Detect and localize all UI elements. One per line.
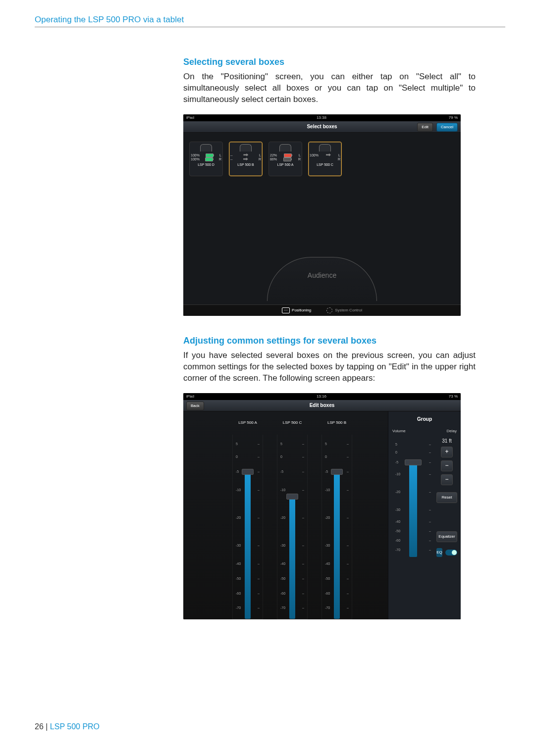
fader-name: LSP 500 A bbox=[238, 420, 257, 425]
scale-tick-mark: – bbox=[302, 576, 304, 580]
group-delay-label: Delay bbox=[447, 429, 457, 433]
speaker-box[interactable]: 22%L86%RLSP 500 A bbox=[268, 142, 302, 176]
scale-tick: 5 bbox=[236, 442, 238, 446]
status-battery: 79 % bbox=[449, 115, 458, 120]
fader-knob[interactable] bbox=[405, 459, 422, 465]
battery-side: R bbox=[219, 157, 221, 161]
scale-tick-mark: – bbox=[347, 562, 349, 565]
cancel-button[interactable]: Cancel bbox=[436, 123, 458, 132]
status-device-2: iPad bbox=[186, 394, 194, 399]
speaker-box[interactable]: 100%L100%RLSP 500 D bbox=[189, 142, 223, 176]
scale-tick-mark: – bbox=[258, 591, 260, 595]
scale-tick: -70 bbox=[325, 606, 330, 609]
fader[interactable]: 5–0–-5–-10–-20–-30–-40–-50–-60–-70– bbox=[321, 435, 352, 619]
plug-icon bbox=[326, 153, 331, 156]
fader-column: LSP 500 A5–0–-5–-10–-20–-30–-40–-50–-60–… bbox=[233, 420, 263, 619]
scale-tick: 5 bbox=[395, 442, 397, 446]
reset-button[interactable]: Reset bbox=[436, 492, 457, 503]
fader-knob[interactable] bbox=[242, 469, 254, 475]
fader-name: LSP 500 B bbox=[327, 420, 346, 425]
speaker-box-label: LSP 500 C bbox=[317, 163, 333, 166]
speaker-icon bbox=[200, 144, 212, 151]
section1-title: Selecting several boxes bbox=[183, 57, 476, 67]
scale-tick-mark: – bbox=[258, 516, 260, 519]
scale-tick: -60 bbox=[280, 591, 285, 595]
delay-decrease-button[interactable]: − bbox=[441, 474, 453, 485]
scale-tick-mark: – bbox=[258, 576, 260, 580]
scale-tick-mark: – bbox=[429, 519, 431, 523]
battery-side: L bbox=[338, 153, 340, 157]
scale-tick-mark: – bbox=[302, 488, 304, 492]
edit-button[interactable]: Edit bbox=[417, 123, 433, 132]
plug-icon bbox=[243, 153, 248, 156]
battery-side: L bbox=[219, 153, 221, 157]
scale-tick-mark: – bbox=[302, 591, 304, 595]
fader-knob[interactable] bbox=[286, 494, 298, 500]
footer-product: LSP 500 PRO bbox=[50, 722, 100, 731]
scale-tick: -60 bbox=[236, 591, 241, 595]
scale-tick: 0 bbox=[280, 455, 282, 458]
delay-value-button[interactable]: − bbox=[441, 460, 453, 471]
scale-tick-mark: – bbox=[302, 543, 304, 547]
scale-tick: -50 bbox=[395, 529, 400, 532]
tab-system-label: System Control bbox=[335, 308, 362, 312]
page-number: 26 bbox=[35, 722, 44, 731]
fader[interactable]: 5–0–-5–-10–-20–-30–-40–-50–-60–-70– bbox=[232, 435, 263, 619]
scale-tick: -40 bbox=[236, 562, 241, 565]
fader-knob[interactable] bbox=[331, 469, 343, 475]
scale-tick-mark: – bbox=[302, 442, 304, 446]
delay-increase-button[interactable]: + bbox=[441, 447, 453, 457]
scale-tick: -10 bbox=[236, 488, 241, 492]
battery-percent: 100% bbox=[191, 157, 200, 161]
eq-toggle[interactable] bbox=[445, 550, 457, 555]
scale-tick-mark: – bbox=[258, 606, 260, 609]
fader-column: LSP 500 B5–0–-5–-10–-20–-30–-40–-50–-60–… bbox=[322, 420, 352, 619]
battery-side: R bbox=[338, 157, 340, 161]
scale-tick-mark: – bbox=[429, 451, 431, 454]
footer-sep: | bbox=[44, 722, 50, 731]
scale-tick-mark: – bbox=[258, 543, 260, 547]
speaker-box[interactable]: --L--RLSP 500 B bbox=[229, 142, 263, 176]
scale-tick-mark: – bbox=[429, 529, 431, 532]
back-button[interactable]: Back bbox=[186, 402, 204, 410]
scale-tick: 5 bbox=[280, 442, 282, 446]
scale-tick: -30 bbox=[325, 543, 330, 547]
scale-tick-mark: – bbox=[347, 455, 349, 458]
section2-title: Adjusting common settings for several bo… bbox=[183, 336, 476, 346]
scale-tick: -10 bbox=[395, 472, 400, 475]
audience-arc: Audience bbox=[267, 257, 377, 301]
scale-tick-mark: – bbox=[429, 490, 431, 493]
scale-tick: -5 bbox=[236, 470, 239, 473]
scale-tick-mark: – bbox=[302, 562, 304, 565]
tab-system-control[interactable]: System Control bbox=[326, 308, 362, 313]
speaker-box-label: LSP 500 A bbox=[277, 163, 294, 166]
scale-tick-mark: – bbox=[347, 488, 349, 492]
screenshot-select-boxes: iPad 13:38 79 % Select boxes Edit Cancel… bbox=[183, 114, 461, 316]
group-panel: Group Volume Delay 5–0–-5–-10–-20–-30–-4… bbox=[388, 411, 461, 619]
equalizer-button[interactable]: Equalizer bbox=[436, 531, 457, 542]
group-volume-fader[interactable]: 5–0–-5–-10–-20–-30–-40–-50–-60–-70– bbox=[392, 438, 434, 557]
scale-tick-mark: – bbox=[347, 470, 349, 473]
scale-tick: -70 bbox=[236, 606, 241, 609]
page-header: Operating the LSP 500 PRO via a tablet bbox=[35, 15, 505, 27]
scale-tick: -20 bbox=[280, 516, 285, 519]
scale-tick-mark: – bbox=[429, 548, 431, 552]
scale-tick-mark: – bbox=[347, 543, 349, 547]
scale-tick: 0 bbox=[395, 451, 397, 454]
scale-tick: -10 bbox=[325, 488, 330, 492]
tab-positioning[interactable]: ⋯ Positioning bbox=[282, 307, 311, 313]
battery-percent: -- bbox=[230, 153, 233, 157]
status-device: iPad bbox=[186, 115, 194, 120]
fader[interactable]: 5–0–-5–-10–-20–-30–-40–-50–-60–-70– bbox=[277, 435, 308, 619]
positioning-icon: ⋯ bbox=[282, 307, 290, 313]
group-volume-label: Volume bbox=[392, 429, 406, 433]
speaker-box[interactable]: 100%LRLSP 500 C bbox=[308, 142, 342, 176]
scale-tick-mark: – bbox=[302, 516, 304, 519]
scale-tick-mark: – bbox=[347, 591, 349, 595]
status-time: 13:38 bbox=[317, 115, 326, 120]
scale-tick-mark: – bbox=[302, 606, 304, 609]
battery-percent: 100% bbox=[310, 153, 319, 157]
battery-icon bbox=[283, 157, 291, 161]
scale-tick-mark: – bbox=[429, 442, 431, 446]
tab-positioning-label: Positioning bbox=[292, 308, 311, 312]
